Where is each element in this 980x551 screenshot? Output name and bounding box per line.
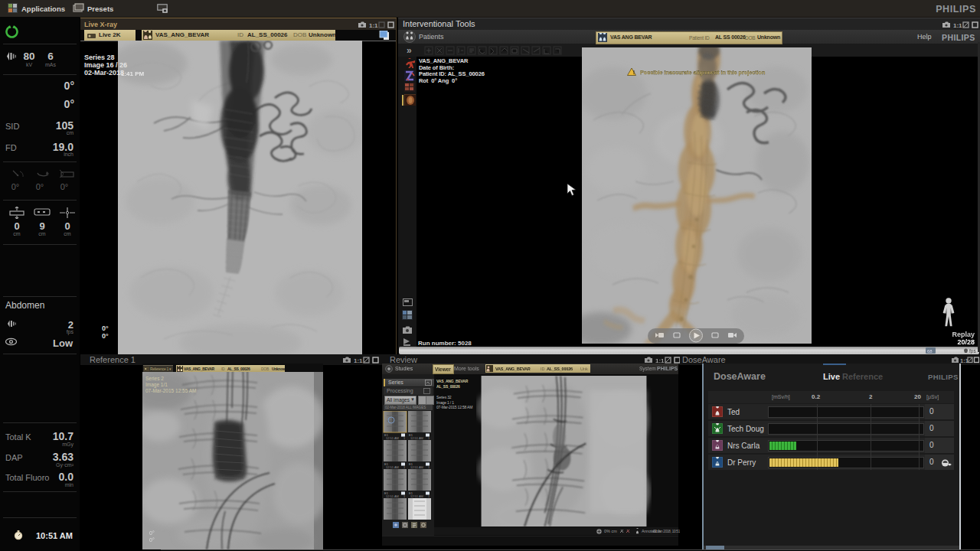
svg-text:07-Mar-2015 12:55 AM: 07-Mar-2015 12:55 AM <box>145 388 196 393</box>
svg-text:Series 2: Series 2 <box>145 376 164 381</box>
svg-text:1:1: 1:1 <box>953 22 962 29</box>
svg-text:!: ! <box>633 70 635 75</box>
svg-text:Possible inaccurate alignment: Possible inaccurate alignment in this pr… <box>640 69 765 76</box>
svg-text:fps: fps <box>969 348 976 354</box>
svg-text:0°: 0° <box>149 537 155 543</box>
svg-text:0°: 0° <box>149 530 155 536</box>
svg-text:1:1: 1:1 <box>369 22 378 29</box>
svg-text:1:1: 1:1 <box>655 357 665 364</box>
svg-text:1:1: 1:1 <box>960 357 969 364</box>
svg-text:1:1: 1:1 <box>354 357 363 364</box>
svg-text:Image 1/1: Image 1/1 <box>145 382 168 388</box>
svg-text:68: 68 <box>927 349 933 354</box>
